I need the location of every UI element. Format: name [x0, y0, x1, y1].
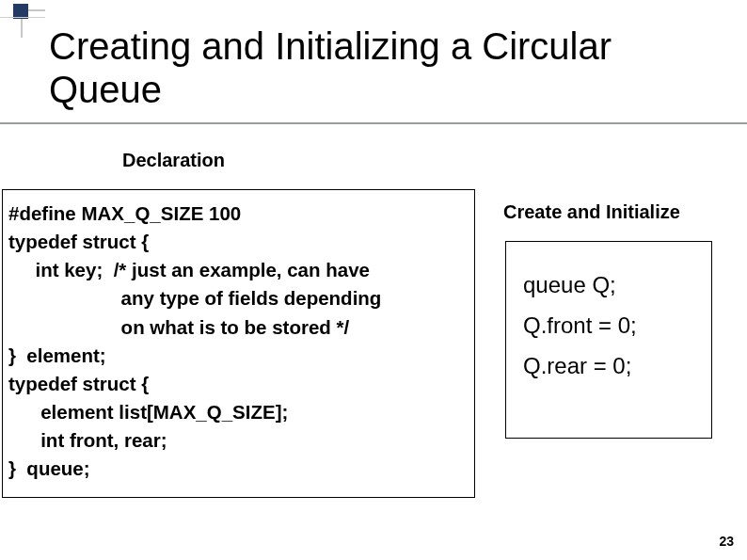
title-underline [0, 122, 747, 124]
decl-line-5: on what is to be stored */ [8, 313, 469, 342]
slide-title: Creating and Initializing a Circular Que… [49, 24, 707, 111]
decl-line-6: } element; [8, 342, 469, 370]
decl-line-8: element list[MAX_Q_SIZE]; [8, 398, 469, 426]
decl-line-10: } queue; [8, 455, 469, 483]
decor-line-h1 [28, 9, 45, 11]
init-line-1: queue Q; [523, 264, 700, 305]
decor-line-h2 [0, 17, 45, 18]
subtitle-create-initialize: Create and Initialize [503, 201, 680, 223]
decl-line-2: typedef struct { [8, 228, 469, 256]
init-line-2: Q.front = 0; [523, 305, 700, 345]
decl-line-3: int key; /* just an example, can have [8, 256, 469, 284]
declaration-code-box: #define MAX_Q_SIZE 100 typedef struct { … [2, 189, 475, 498]
decor-line-v [21, 19, 23, 38]
initialize-code-box: queue Q; Q.front = 0; Q.rear = 0; [505, 241, 712, 439]
init-line-3: Q.rear = 0; [523, 345, 700, 386]
decl-line-9: int front, rear; [8, 426, 469, 455]
decl-line-1: #define MAX_Q_SIZE 100 [8, 200, 469, 228]
subtitle-declaration: Declaration [122, 150, 225, 171]
decl-line-7: typedef struct { [8, 370, 469, 398]
decl-line-4: any type of fields depending [8, 284, 469, 312]
page-number: 23 [719, 534, 734, 549]
slide-root: Creating and Initializing a Circular Que… [0, 0, 747, 560]
